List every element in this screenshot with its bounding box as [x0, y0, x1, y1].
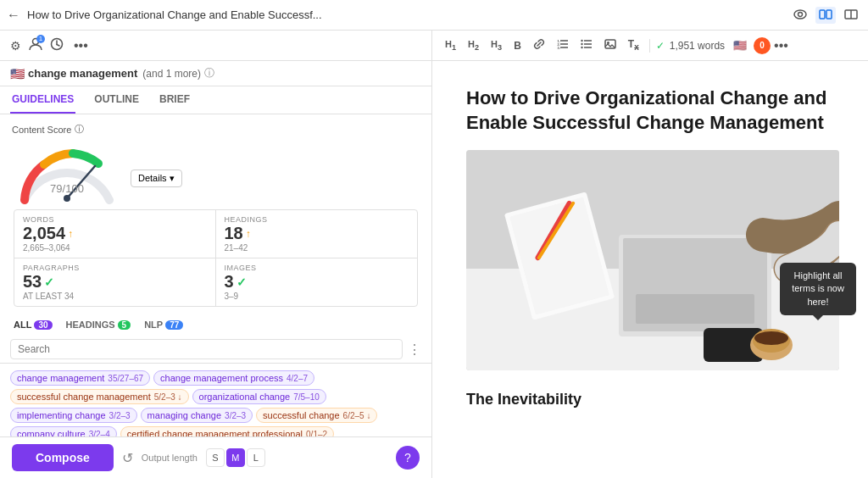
search-input[interactable] — [10, 339, 403, 359]
topic-info-icon[interactable]: ⓘ — [204, 66, 214, 81]
link-button[interactable] — [529, 36, 549, 55]
words-label: WORDS — [23, 215, 207, 224]
tab-brief[interactable]: BRIEF — [158, 86, 192, 114]
filter-all-count: 30 — [34, 320, 52, 330]
gear-button[interactable]: ⚙ — [10, 39, 21, 53]
tabs-bar: GUIDELINES OUTLINE BRIEF — [0, 86, 431, 114]
paragraphs-stat: PARAGRAPHS 53 ✓ AT LEAST 34 — [14, 258, 216, 306]
paragraphs-label: PARAGRAPHS — [23, 264, 207, 272]
tag-item[interactable]: certified change management professional… — [120, 426, 334, 436]
h1-button[interactable]: H1 — [441, 36, 460, 54]
topic-more: (and 1 more) — [142, 68, 201, 80]
paragraphs-check: ✓ — [44, 275, 54, 289]
clock-button[interactable] — [50, 37, 64, 53]
right-more-button[interactable]: ••• — [774, 38, 788, 53]
search-row: ⋮ — [0, 336, 431, 364]
notification-badge: 1 — [36, 35, 45, 43]
size-m-button[interactable]: M — [226, 448, 245, 467]
words-value: 2,054 ↑ — [23, 224, 207, 243]
output-length-label: Output length — [142, 453, 198, 463]
svg-rect-3 — [826, 10, 832, 19]
image-button[interactable] — [600, 36, 620, 54]
compose-button[interactable]: Compose — [12, 444, 114, 471]
filter-nlp-count: 77 — [165, 320, 183, 330]
filter-nlp[interactable]: NLP 77 — [141, 317, 186, 332]
search-more-icon[interactable]: ⋮ — [408, 342, 421, 358]
content-score-section: Content Score ⓘ — [0, 114, 431, 314]
words-range: 2,665–3,064 — [23, 243, 207, 253]
svg-point-25 — [607, 42, 609, 44]
headings-arrow: ↑ — [246, 228, 251, 240]
bold-button[interactable]: B — [509, 37, 526, 54]
flag-display: 🇺🇸 — [733, 39, 747, 52]
stats-grid: WORDS 2,054 ↑ 2,665–3,064 HEADINGS 18 ↑ … — [14, 209, 418, 307]
filter-all[interactable]: ALL 30 — [10, 317, 56, 332]
filter-headings[interactable]: HEADINGS 5 — [63, 317, 135, 332]
svg-point-22 — [581, 43, 582, 45]
article-image — [466, 150, 839, 370]
svg-point-23 — [581, 47, 582, 48]
h2-button[interactable]: H2 — [464, 36, 483, 54]
tab-outline[interactable]: OUTLINE — [92, 86, 141, 114]
words-stat: WORDS 2,054 ↑ 2,665–3,064 — [14, 210, 216, 258]
tag-item[interactable]: successful change 6/2–5 ↓ — [256, 408, 377, 423]
paragraphs-value: 53 ✓ — [23, 272, 207, 292]
top-bar: ← How to Drive Organizational Change and… — [0, 0, 868, 31]
person-badge-button[interactable]: 1 — [28, 36, 43, 55]
score-info-icon[interactable]: ⓘ — [75, 123, 84, 136]
word-count-display: 1,951 words — [670, 40, 725, 52]
details-button[interactable]: Details ▾ — [131, 170, 182, 187]
tag-item[interactable]: implementing change 3/2–3 — [10, 408, 137, 423]
headings-value: 18 ↑ — [225, 224, 409, 243]
filter-row: ALL 30 HEADINGS 5 NLP 77 — [0, 314, 431, 336]
headings-label: HEADINGS — [225, 215, 409, 224]
images-check: ✓ — [236, 275, 247, 289]
refresh-button[interactable]: ↺ — [122, 450, 133, 466]
tab-guidelines[interactable]: GUIDELINES — [10, 86, 75, 114]
size-l-button[interactable]: L — [247, 448, 265, 467]
tag-item[interactable]: change management process 4/2–7 — [153, 370, 314, 386]
clear-format-button[interactable]: Tx — [624, 36, 643, 54]
svg-point-0 — [794, 10, 806, 19]
eye-button[interactable] — [790, 7, 810, 24]
images-label: IMAGES — [225, 264, 409, 272]
article-title[interactable]: How to Drive Organizational Change and E… — [466, 86, 834, 135]
paragraphs-sub: AT LEAST 34 — [23, 292, 207, 301]
images-stat: IMAGES 3 ✓ 3–9 — [216, 258, 418, 306]
ordered-list-button[interactable]: 1.2.3. — [553, 36, 573, 54]
svg-point-1 — [798, 12, 803, 16]
words-arrow: ↑ — [68, 228, 73, 240]
layout-button[interactable] — [815, 7, 836, 24]
size-s-button[interactable]: S — [206, 448, 225, 467]
unordered-list-button[interactable] — [576, 36, 597, 54]
word-badge: 0 — [754, 37, 771, 54]
section-title-1[interactable]: The Inevitability — [466, 391, 834, 409]
tag-item[interactable]: organizational change 7/5–10 — [192, 389, 326, 404]
gauge-container: 79/100 Details ▾ — [12, 141, 420, 204]
svg-rect-2 — [820, 10, 825, 19]
top-icons — [790, 7, 861, 24]
save-check-icon: ✓ — [656, 40, 665, 52]
gauge-score: 79/100 — [50, 175, 84, 197]
main-area: ⚙ 1 ••• 🇺🇸 change management (and 1 more… — [0, 31, 868, 478]
right-panel: H1 H2 H3 B 1.2.3. Tx ✓ 1,951 words 🇺🇸 0 … — [432, 31, 868, 478]
svg-point-21 — [581, 40, 582, 42]
bottom-bar: Compose ↺ Output length S M L ? — [0, 436, 431, 478]
svg-line-9 — [57, 45, 59, 47]
tag-item[interactable]: managing change 3/2–3 — [141, 408, 253, 423]
tag-item[interactable]: change management 35/27–67 — [10, 370, 150, 386]
toolbar-separator — [649, 39, 650, 53]
tag-item[interactable]: successful change management 5/2–3 ↓ — [10, 389, 189, 404]
h3-button[interactable]: H3 — [487, 36, 506, 54]
left-toolbar: ⚙ 1 ••• — [0, 31, 431, 61]
back-button[interactable]: ← — [7, 8, 20, 23]
split-button[interactable] — [841, 7, 861, 24]
tag-item[interactable]: company culture 3/2–4 — [10, 426, 117, 436]
top-title: How to Drive Organizational Change and E… — [27, 8, 783, 21]
gauge-max: /100 — [63, 182, 84, 195]
filter-headings-count: 5 — [118, 320, 131, 330]
images-range: 3–9 — [225, 292, 409, 301]
size-buttons: S M L — [206, 448, 265, 467]
more-options-button[interactable]: ••• — [74, 38, 88, 53]
help-button[interactable]: ? — [396, 446, 420, 470]
